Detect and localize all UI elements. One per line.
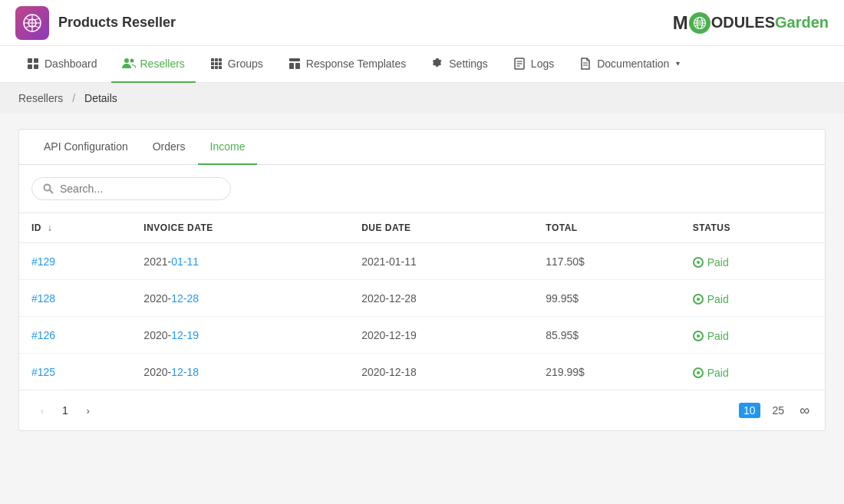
brand-prefix: M [673,12,688,34]
search-icon [43,183,54,194]
row-id-link[interactable]: #128 [31,292,55,305]
status-badge: Paid [693,256,729,268]
modules-icon [209,57,223,71]
prev-page-button[interactable]: ‹ [31,400,53,421]
status-dot-icon [693,294,704,305]
grid-icon [26,57,40,71]
col-invoice-date: Invoice Date [131,213,349,243]
nav-item-documentation[interactable]: Documentation ▾ [568,46,691,83]
brand-logo: M ODULES Garden [673,12,829,34]
row-invoice-date: 2021-01-11 [131,243,349,280]
page-size-25[interactable]: 25 [770,403,788,418]
svg-rect-10 [34,64,38,69]
svg-rect-21 [219,66,222,69]
users-icon [122,57,136,71]
svg-rect-18 [219,62,222,65]
template-icon [288,57,302,71]
col-id[interactable]: ID ↓ [19,213,131,243]
main-content: API Configuration Orders Income [0,114,844,446]
table-row: #1292021-01-112021-01-11117.50$Paid [19,243,825,280]
income-table: ID ↓ Invoice Date Due Date Total Status [19,212,825,390]
row-total: 85.95$ [533,317,680,354]
row-invoice-date: 2020-12-28 [131,280,349,317]
main-nav: Dashboard Resellers [0,46,844,83]
svg-rect-19 [211,66,214,69]
svg-point-11 [124,58,129,63]
row-total: 99.95$ [533,280,680,317]
breadcrumb: Resellers / Details [0,83,844,114]
nav-item-settings[interactable]: Settings [420,46,499,83]
search-section [19,165,825,212]
table-row: #1252020-12-182020-12-18219.99$Paid [19,354,825,390]
row-status: Paid [681,280,825,317]
nav-item-dashboard[interactable]: Dashboard [15,46,108,83]
page-size-options: 10 25 ∞ [739,402,813,419]
pagination-controls: ‹ 1 › [31,400,99,421]
breadcrumb-parent[interactable]: Resellers [18,92,63,104]
status-badge: Paid [693,367,729,379]
row-due-date: 2020-12-18 [349,354,533,390]
svg-rect-8 [34,58,38,63]
row-id-link[interactable]: #125 [31,366,55,378]
chevron-down-icon: ▾ [676,59,680,68]
table-row: #1282020-12-282020-12-2899.95$Paid [19,280,825,317]
brand-globe-icon [689,12,710,34]
nav-item-logs[interactable]: Logs [502,46,565,83]
tab-bar: API Configuration Orders Income [19,130,825,165]
nav-item-groups[interactable]: Groups [199,46,274,83]
tab-income[interactable]: Income [198,130,258,165]
tab-api-configuration[interactable]: API Configuration [31,130,140,165]
svg-line-32 [50,190,53,193]
row-invoice-date: 2020-12-18 [131,354,349,390]
svg-point-12 [130,58,134,62]
logs-icon [513,57,526,71]
col-total: Total [533,213,680,243]
svg-rect-16 [211,62,214,65]
svg-point-31 [45,185,51,191]
svg-rect-13 [211,58,214,61]
row-id-link[interactable]: #126 [31,329,55,341]
nav-item-resellers[interactable]: Resellers [111,46,196,83]
row-status: Paid [681,317,825,354]
breadcrumb-current: Details [84,92,117,104]
status-dot-icon [693,257,704,268]
current-page: 1 [62,404,68,417]
svg-rect-9 [28,64,32,69]
svg-rect-22 [289,58,300,61]
page-size-10[interactable]: 10 [739,403,760,418]
brand-garden: Garden [775,14,829,31]
status-dot-icon [693,331,704,341]
row-invoice-date: 2020-12-19 [131,317,349,354]
row-due-date: 2020-12-28 [349,280,533,317]
row-status: Paid [681,354,825,390]
row-id-link[interactable]: #129 [31,255,55,268]
pagination-bar: ‹ 1 › 10 25 ∞ [19,390,825,430]
gear-icon [430,57,444,71]
tab-orders[interactable]: Orders [140,130,198,165]
row-total: 117.50$ [533,243,680,280]
table-row: #1262020-12-192020-12-1985.95$Paid [19,317,825,354]
svg-rect-20 [215,66,218,69]
sort-arrow-icon: ↓ [48,222,53,233]
page-size-infinity[interactable]: ∞ [796,402,813,419]
row-status: Paid [681,243,825,280]
docs-icon [579,57,592,71]
svg-rect-14 [215,58,218,61]
breadcrumb-separator: / [72,92,75,104]
status-badge: Paid [693,293,729,305]
search-input[interactable] [60,183,219,195]
next-page-button[interactable]: › [77,400,99,421]
col-due-date: Due Date [349,213,533,243]
app-title: Products Reseller [58,15,176,31]
row-due-date: 2021-01-11 [349,243,533,280]
svg-rect-17 [215,62,218,65]
row-total: 219.99$ [533,354,680,390]
svg-rect-24 [295,63,300,69]
nav-item-response-templates[interactable]: Response Templates [277,46,417,83]
logo-section: Products Reseller [15,6,176,40]
svg-rect-15 [219,58,222,61]
search-box [31,177,231,200]
col-status: Status [681,213,825,243]
row-due-date: 2020-12-19 [349,317,533,354]
app-header: Products Reseller M ODULES Garden [0,0,844,46]
